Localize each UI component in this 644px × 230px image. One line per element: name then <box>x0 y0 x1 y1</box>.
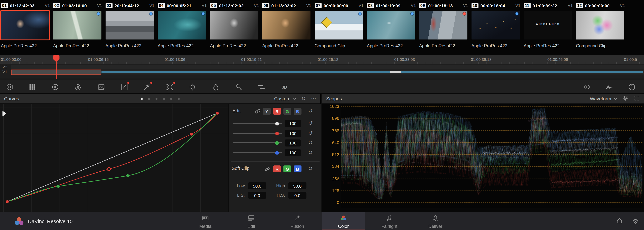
link-channels-icon[interactable] <box>264 166 271 174</box>
media-pool-clip-04[interactable]: 0400:00:05:21V1Apple ProRes 422 <box>158 0 210 55</box>
timeline-clip-group[interactable] <box>102 70 390 73</box>
scope-expand-icon[interactable] <box>634 95 640 102</box>
curve-point[interactable] <box>126 174 129 177</box>
key-icon[interactable] <box>232 81 245 93</box>
media-pool-clip-12[interactable]: 1200:00:00:00V1Compound Clip <box>576 0 628 55</box>
scopes-icon[interactable] <box>603 81 615 93</box>
media-pool-clip-01[interactable]: 0101:12:42:03V1Apple ProRes 422 <box>1 0 53 55</box>
page-tab-fairlight[interactable]: Fairlight <box>368 212 411 230</box>
soft-clip-low-field[interactable]: 50.0 <box>248 182 266 189</box>
pagination-dot[interactable] <box>163 98 165 100</box>
edit-reset-icon[interactable]: ↺ <box>307 108 314 114</box>
pagination-dot[interactable] <box>141 98 143 100</box>
info-icon[interactable] <box>626 81 638 93</box>
edit-channel-r-button[interactable]: R <box>273 108 281 115</box>
tracker-icon[interactable] <box>187 81 199 93</box>
media-pool-clip-03[interactable]: 0320:10:44:12V1Apple ProRes 422 <box>106 0 158 55</box>
blur-icon[interactable] <box>210 81 222 93</box>
rgb-mixer-icon[interactable] <box>72 81 84 93</box>
video-track-2[interactable] <box>11 65 644 69</box>
page-tab-color[interactable]: Color <box>322 212 365 230</box>
page-tab-fusion[interactable]: Fusion <box>276 212 319 230</box>
soft-clip-high-field[interactable]: 50.0 <box>288 182 306 189</box>
slider-knob[interactable] <box>275 122 279 125</box>
timeline-clip-light[interactable] <box>390 70 401 73</box>
curve-point[interactable] <box>6 200 9 203</box>
clip-thumbnail[interactable] <box>210 11 258 40</box>
timeline-ruler[interactable]: 01:00:00:0001:00:06:1501:00:13:0601:00:1… <box>0 55 644 64</box>
page-tab-edit[interactable]: Edit <box>230 212 273 230</box>
sizing-icon[interactable] <box>255 81 268 93</box>
reset-icon[interactable]: ↺ <box>307 131 314 136</box>
scope-mode-dropdown[interactable]: Waveform <box>590 96 617 101</box>
curves-pagination[interactable] <box>141 98 180 100</box>
motion-effects-icon[interactable] <box>95 81 107 93</box>
curves-reset-button[interactable]: ↺ <box>302 96 306 101</box>
reset-icon[interactable]: ↺ <box>307 121 314 126</box>
media-pool-clip-09[interactable]: 0901:00:18:13V1Apple ProRes 422 <box>419 0 471 55</box>
pagination-dot[interactable] <box>156 98 158 100</box>
curve-graph[interactable] <box>0 104 228 212</box>
media-pool-clip-07[interactable]: 0700:00:00:00V1Compound Clip <box>314 0 367 55</box>
stereo-3d-icon[interactable]: 3D <box>278 81 290 93</box>
page-tab-media[interactable]: Media <box>184 212 227 230</box>
curve-point-selected[interactable] <box>107 167 110 171</box>
clip-thumbnail[interactable]: AIRPLANES <box>524 11 572 40</box>
power-windows-icon[interactable] <box>164 81 176 93</box>
slider-value-field[interactable]: 100 <box>284 139 301 146</box>
media-pool-clip-02[interactable]: 0201:03:16:00V1Apple ProRes 422 <box>53 0 106 55</box>
curves-options-button[interactable]: ⋯ <box>311 96 316 101</box>
edit-channel-b-button[interactable]: B <box>294 108 302 115</box>
slider-value-field[interactable]: 100 <box>284 130 301 137</box>
media-pool-clip-06[interactable]: 0601:13:02:02V1Apple ProRes 422 <box>262 0 314 55</box>
curve-point[interactable] <box>216 112 219 114</box>
clip-thumbnail[interactable] <box>314 11 363 40</box>
pagination-dot[interactable] <box>178 98 180 100</box>
r-gain-slider[interactable] <box>233 133 282 134</box>
y-gain-slider[interactable] <box>233 123 282 124</box>
qualifier-icon[interactable] <box>141 81 153 93</box>
link-channels-icon[interactable] <box>254 108 261 116</box>
curves-icon[interactable] <box>118 81 130 93</box>
clip-thumbnail[interactable] <box>1 11 49 40</box>
soft-clip-hs-field[interactable]: 0.0 <box>288 192 306 199</box>
timeline-clip-group[interactable] <box>401 70 643 73</box>
curve-mode-dropdown[interactable]: Custom <box>274 96 297 101</box>
soft-clip-channel-r-button[interactable]: R <box>273 165 281 172</box>
slider-knob[interactable] <box>275 131 279 135</box>
pagination-dot[interactable] <box>148 98 150 100</box>
keyframes-icon[interactable] <box>580 81 593 93</box>
clip-thumbnail[interactable] <box>106 11 154 40</box>
slider-knob[interactable] <box>275 141 279 145</box>
media-pool-clip-11[interactable]: 1101:00:39:22V1AIRPLANESApple ProRes 422 <box>524 0 576 55</box>
slider-value-field[interactable]: 100 <box>284 120 301 127</box>
b-gain-slider[interactable] <box>233 152 282 153</box>
curve-point[interactable] <box>57 185 60 188</box>
clip-thumbnail[interactable] <box>53 11 102 40</box>
clip-thumbnail[interactable] <box>419 11 468 40</box>
slider-knob[interactable] <box>275 151 279 155</box>
color-match-icon[interactable] <box>26 81 38 93</box>
project-settings-gear-icon[interactable]: ⚙ <box>633 218 638 225</box>
curve-edge-handle[interactable] <box>2 111 6 117</box>
g-gain-slider[interactable] <box>233 142 282 143</box>
clip-thumbnail[interactable] <box>576 11 624 40</box>
soft-clip-reset-icon[interactable]: ↺ <box>307 166 314 171</box>
scope-settings-icon[interactable] <box>622 95 629 102</box>
media-pool-clip-08[interactable]: 0801:00:19:09V1Apple ProRes 422 <box>367 0 419 55</box>
page-tab-deliver[interactable]: Deliver <box>414 212 457 230</box>
project-manager-home-icon[interactable] <box>616 217 623 226</box>
camera-raw-icon[interactable] <box>3 81 16 93</box>
media-pool-clip-10[interactable]: 1000:00:18:04V1Apple ProRes 422 <box>471 0 524 55</box>
color-wheels-icon[interactable] <box>49 81 61 93</box>
clip-thumbnail[interactable] <box>367 11 415 40</box>
soft-clip-ls-field[interactable]: 0.0 <box>248 192 266 199</box>
pagination-dot[interactable] <box>170 98 172 100</box>
soft-clip-channel-b-button[interactable]: B <box>294 165 302 172</box>
slider-value-field[interactable]: 100 <box>284 149 301 156</box>
reset-icon[interactable]: ↺ <box>307 150 314 155</box>
edit-channel-g-button[interactable]: G <box>284 108 291 115</box>
clip-thumbnail[interactable] <box>262 11 311 40</box>
media-pool-clip-05[interactable]: 0501:13:02:02V1Apple ProRes 422 <box>210 0 262 55</box>
clip-thumbnail[interactable] <box>471 11 520 40</box>
